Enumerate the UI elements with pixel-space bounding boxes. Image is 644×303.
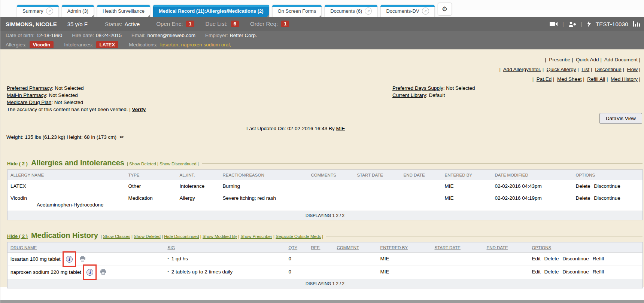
pharmacy-info-link[interactable]: Preferred Days Supply xyxy=(392,85,443,91)
allergy-options-cell: Delete Discontinue xyxy=(573,180,643,192)
section-link[interactable]: Show Discontinued xyxy=(160,162,196,166)
medication-link[interactable]: naproxen sodium oral xyxy=(181,42,231,48)
row-option-link[interactable]: Edit xyxy=(532,269,541,275)
external-link-icon[interactable]: ↗ xyxy=(46,7,53,15)
action-link[interactable]: Pat.Ed xyxy=(537,76,552,82)
lightning-icon[interactable] xyxy=(587,21,591,27)
action-link[interactable]: Add Document xyxy=(604,57,638,62)
section-link[interactable]: Show Modified By xyxy=(203,234,237,239)
row-option-link[interactable]: Delete xyxy=(576,183,590,189)
section-link[interactable]: Show Classes xyxy=(103,234,130,239)
row-option-link[interactable]: Discontinue xyxy=(594,195,620,201)
action-link[interactable]: Discontinue xyxy=(595,67,622,72)
add-person-icon[interactable] xyxy=(568,21,576,27)
row-option-link[interactable]: Discontinue xyxy=(594,183,620,189)
counter-badge[interactable]: 1 xyxy=(186,21,194,27)
section-link[interactable]: Show Deleted xyxy=(129,162,156,166)
demographic-label: Hire date: xyxy=(72,33,94,38)
counter-badge[interactable]: 6 xyxy=(231,21,239,27)
print-icon[interactable] xyxy=(100,270,106,276)
video-camera-icon[interactable] xyxy=(550,21,558,27)
row-option-link[interactable]: Discontinue xyxy=(562,256,589,261)
row-option-link[interactable]: Delete xyxy=(544,256,559,261)
column-header[interactable]: END DATE xyxy=(401,170,442,180)
tab[interactable]: Documents (6) ↗ xyxy=(325,5,377,17)
last-updated-by-link[interactable]: MIE xyxy=(336,126,345,131)
row-option-link[interactable]: Refill xyxy=(593,269,604,275)
tab[interactable]: Summary ↗ xyxy=(17,5,59,17)
row-option-link[interactable]: Delete xyxy=(576,195,590,201)
column-header[interactable]: AL./INT. xyxy=(177,170,220,180)
allergy-name: LATEX xyxy=(10,183,122,189)
bar-chart-icon[interactable] xyxy=(633,21,640,27)
counter-badge[interactable]: 1 xyxy=(281,21,289,27)
column-header[interactable]: ALLERGY NAME xyxy=(7,170,125,180)
action-link[interactable]: Prescribe xyxy=(549,57,570,62)
pharmacy-info-link[interactable]: Mail-In Pharmacy xyxy=(7,92,46,98)
pharmacy-info-link[interactable]: Preferred Pharmacy xyxy=(7,85,52,91)
column-header[interactable]: OPTIONS xyxy=(573,170,643,180)
row-option-link[interactable]: Edit xyxy=(532,256,541,261)
action-link[interactable]: Flow xyxy=(627,67,638,72)
column-header[interactable]: TYPE xyxy=(125,170,177,180)
column-header[interactable]: SIG xyxy=(165,242,286,253)
action-link[interactable]: Add Allergy/Intol. xyxy=(503,67,541,72)
row-option-link[interactable]: Delete xyxy=(544,269,559,275)
action-link[interactable]: Refill All xyxy=(587,76,605,82)
tab-label: On Screen Forms xyxy=(278,8,316,14)
external-link-icon[interactable]: ↗ xyxy=(422,7,429,15)
annotation-highlight-box: i xyxy=(63,251,76,267)
column-header[interactable]: DRUG NAME xyxy=(7,242,165,253)
action-link[interactable]: Quick Add xyxy=(576,57,599,62)
tab[interactable]: Medical Record (11):Allergies/Medication… xyxy=(153,5,269,17)
column-header[interactable]: REACTION/REASON xyxy=(220,170,308,180)
intolerance-badge[interactable]: LATEX xyxy=(96,41,119,48)
allergy-start-date xyxy=(354,192,401,211)
column-header[interactable]: REF. xyxy=(308,242,334,253)
medication-hide-link[interactable]: Hide ( 2 ) xyxy=(7,233,28,239)
column-header[interactable]: START DATE xyxy=(354,170,401,180)
action-link[interactable]: Med Sheet xyxy=(557,76,581,82)
action-link[interactable]: Med History xyxy=(611,76,638,82)
section-link[interactable]: Show Prescriber xyxy=(240,234,272,239)
patient-allergy-row: Allergies: Vicodin Intolerances: LATEX M… xyxy=(0,40,644,49)
row-option-link[interactable]: Discontinue xyxy=(562,269,589,275)
column-header[interactable]: COMMENTS xyxy=(308,170,354,180)
drug-info-icon[interactable]: i xyxy=(66,256,73,263)
column-header[interactable]: DATE MODIFIED xyxy=(492,170,573,180)
pharmacy-info-link[interactable]: Medicare Drug Plan xyxy=(7,100,51,105)
column-header[interactable]: OPTIONS xyxy=(529,242,643,253)
action-link[interactable]: List xyxy=(581,67,589,72)
column-header[interactable]: ENTERED BY xyxy=(377,242,432,253)
tab[interactable]: Admin (3) xyxy=(62,5,94,17)
tab[interactable]: Documents-DV ↗ xyxy=(380,5,434,17)
allergy-badge[interactable]: Vicodin xyxy=(30,41,54,48)
datavis-view-button[interactable]: DataVis View xyxy=(599,113,642,124)
medication-link[interactable]: losartan xyxy=(160,42,181,48)
header-counter: Open Enc: 1 xyxy=(156,21,194,27)
allergy-type: Medication xyxy=(125,192,177,211)
action-link[interactable]: Quick Allergy xyxy=(547,67,576,72)
settings-gear-button[interactable]: ⚙ xyxy=(438,3,452,16)
external-link-icon[interactable]: ↗ xyxy=(365,7,372,15)
row-option-link[interactable]: Refill xyxy=(593,256,604,261)
column-header[interactable]: END DATE xyxy=(484,242,529,253)
print-icon[interactable] xyxy=(79,257,86,263)
edit-pencil-icon[interactable]: ✏ xyxy=(120,134,124,140)
column-header[interactable]: QTY xyxy=(286,242,308,253)
allergies-hide-link[interactable]: Hide ( 2 ) xyxy=(7,161,28,166)
section-link[interactable]: Separate Outside Meds xyxy=(276,234,321,239)
column-header[interactable]: ENTERED BY xyxy=(442,170,492,180)
allergy-name-cell: Vicodin Acetaminophen-Hydrocodone xyxy=(7,192,125,211)
verify-link[interactable]: Verify xyxy=(132,107,146,112)
drug-info-icon[interactable]: i xyxy=(86,269,93,276)
column-header[interactable]: COMMENT xyxy=(334,242,377,253)
tab[interactable]: On Screen Forms xyxy=(272,5,322,17)
pharmacy-info-link[interactable]: Current Library xyxy=(392,92,426,98)
section-link[interactable]: Show Deleted xyxy=(134,234,161,239)
section-link[interactable]: Hide Discontinued xyxy=(164,234,199,239)
tab[interactable]: Health Surveillance xyxy=(97,5,150,17)
column-header[interactable]: START DATE xyxy=(432,242,484,253)
allergy-comments xyxy=(308,180,354,192)
drug-name: losartan 100 mg tablet xyxy=(10,256,61,262)
